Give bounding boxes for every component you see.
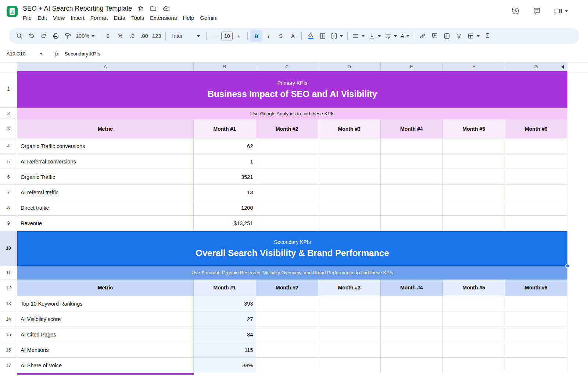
menu-view[interactable]: View <box>50 14 68 22</box>
text-color-button[interactable]: A <box>287 30 299 42</box>
empty-cell[interactable] <box>318 327 381 342</box>
font-size-input[interactable]: 10 <box>221 32 233 40</box>
primary-banner-cell[interactable]: Primary KPIs Business Impact of SEO and … <box>17 71 567 108</box>
menu-edit[interactable]: Edit <box>35 14 50 22</box>
empty-cell[interactable] <box>256 200 319 216</box>
metric-cell[interactable]: AI Visibility score <box>17 311 194 327</box>
metric-cell[interactable]: Top 10 Keyword Rankings <box>17 296 194 311</box>
row-header[interactable]: 15 <box>0 327 17 342</box>
empty-cell[interactable] <box>443 358 505 373</box>
primary-note-cell[interactable]: Use Google Analytics to find these KPIs <box>17 108 567 119</box>
row-header[interactable]: 5 <box>0 154 17 169</box>
value-cell[interactable]: 115 <box>194 342 256 358</box>
empty-cell[interactable] <box>443 185 505 200</box>
empty-cell[interactable] <box>256 296 319 311</box>
sheets-logo-icon[interactable] <box>7 6 18 17</box>
header-cell[interactable]: Month #6 <box>505 119 568 138</box>
formula-input[interactable]: Secondary KPIs <box>65 51 100 57</box>
empty-cell[interactable] <box>318 216 381 231</box>
menu-help[interactable]: Help <box>180 14 197 22</box>
value-cell[interactable]: $13,251 <box>194 216 256 231</box>
meet-camera-button[interactable] <box>554 7 568 15</box>
star-icon[interactable] <box>137 5 144 12</box>
empty-cell[interactable] <box>256 185 319 200</box>
header-cell[interactable]: Month #5 <box>443 280 505 296</box>
header-cell[interactable]: Month #4 <box>381 280 443 296</box>
empty-cell[interactable] <box>505 311 568 327</box>
header-cell[interactable]: Month #5 <box>443 119 505 138</box>
col-header-g[interactable]: G <box>505 62 568 71</box>
font-select[interactable]: Inter <box>168 30 204 42</box>
menu-data[interactable]: Data <box>111 14 128 22</box>
fill-color-button[interactable] <box>304 30 316 42</box>
redo-icon[interactable] <box>37 30 50 42</box>
empty-cell[interactable] <box>318 296 381 311</box>
empty-cell[interactable] <box>256 358 319 373</box>
value-cell[interactable]: 13 <box>194 185 256 200</box>
header-cell[interactable]: Month #4 <box>381 119 443 138</box>
row-header[interactable]: 12 <box>0 280 17 296</box>
row-header[interactable]: 9 <box>0 216 17 231</box>
decrease-decimals-button[interactable]: .0 <box>126 30 138 42</box>
metric-cell[interactable]: Organic Traffic conversions <box>17 138 194 154</box>
row-header[interactable]: 8 <box>0 200 17 216</box>
value-cell[interactable]: 62 <box>194 138 256 154</box>
empty-cell[interactable] <box>256 311 319 327</box>
row-header[interactable]: 1 <box>0 71 17 108</box>
text-rotation-button[interactable]: A <box>399 30 411 42</box>
document-title[interactable]: SEO + AI Search Reporting Template <box>23 5 132 12</box>
merge-cells-button[interactable] <box>329 30 345 42</box>
menu-file[interactable]: File <box>20 14 35 22</box>
empty-cell[interactable] <box>443 311 505 327</box>
value-cell[interactable]: 393 <box>194 296 256 311</box>
cloud-saved-icon[interactable] <box>162 4 170 12</box>
value-cell[interactable]: 3521 <box>194 169 256 185</box>
secondary-banner-cell[interactable]: Secondary KPIs Overall Search Visibility… <box>17 231 567 266</box>
empty-cell[interactable] <box>443 138 505 154</box>
empty-cell[interactable] <box>505 138 568 154</box>
value-cell[interactable]: 1 <box>194 154 256 169</box>
print-icon[interactable] <box>50 30 62 42</box>
row-header[interactable]: 11 <box>0 266 17 280</box>
empty-cell[interactable] <box>256 138 319 154</box>
row-header[interactable]: 13 <box>0 296 17 311</box>
metric-cell[interactable]: Direct traffic <box>17 200 194 216</box>
insert-link-icon[interactable] <box>417 30 429 42</box>
row-header[interactable]: 4 <box>0 138 17 154</box>
value-cell[interactable]: 38% <box>194 358 256 373</box>
decrease-font-size-button[interactable]: − <box>209 30 221 42</box>
menu-extensions[interactable]: Extensions <box>147 14 180 22</box>
menu-insert[interactable]: Insert <box>68 14 87 22</box>
menu-tools[interactable]: Tools <box>128 14 147 22</box>
bold-button[interactable]: B <box>250 30 262 42</box>
empty-cell[interactable] <box>505 169 568 185</box>
empty-cell[interactable] <box>505 296 568 311</box>
select-all-corner[interactable] <box>0 62 17 71</box>
empty-cell[interactable] <box>443 342 505 358</box>
metric-cell[interactable]: AI Share of Voice <box>17 358 194 373</box>
empty-cell[interactable] <box>318 342 381 358</box>
empty-cell[interactable] <box>381 311 443 327</box>
row-header-selected[interactable]: 10 <box>0 231 17 266</box>
move-folder-icon[interactable] <box>150 5 157 12</box>
empty-cell[interactable] <box>318 154 381 169</box>
empty-cell[interactable] <box>443 200 505 216</box>
metric-cell[interactable]: Organic Traffic <box>17 169 194 185</box>
empty-cell[interactable] <box>318 169 381 185</box>
row-header[interactable]: 7 <box>0 185 17 200</box>
header-cell[interactable]: Month #2 <box>256 119 319 138</box>
empty-cell[interactable] <box>381 216 443 231</box>
col-header-a[interactable]: A <box>17 62 194 71</box>
empty-cell[interactable] <box>505 342 568 358</box>
empty-cell[interactable] <box>318 358 381 373</box>
col-header-b[interactable]: B <box>194 62 256 71</box>
comments-icon[interactable] <box>533 7 541 15</box>
empty-cell[interactable] <box>318 200 381 216</box>
empty-cell[interactable] <box>381 185 443 200</box>
header-cell[interactable]: Month #2 <box>256 280 319 296</box>
empty-cell[interactable] <box>256 154 319 169</box>
empty-cell[interactable] <box>318 185 381 200</box>
col-header-f[interactable]: F <box>443 62 505 71</box>
menu-gemini[interactable]: Gemini <box>197 14 220 22</box>
zoom-select[interactable]: 100% <box>74 30 96 42</box>
